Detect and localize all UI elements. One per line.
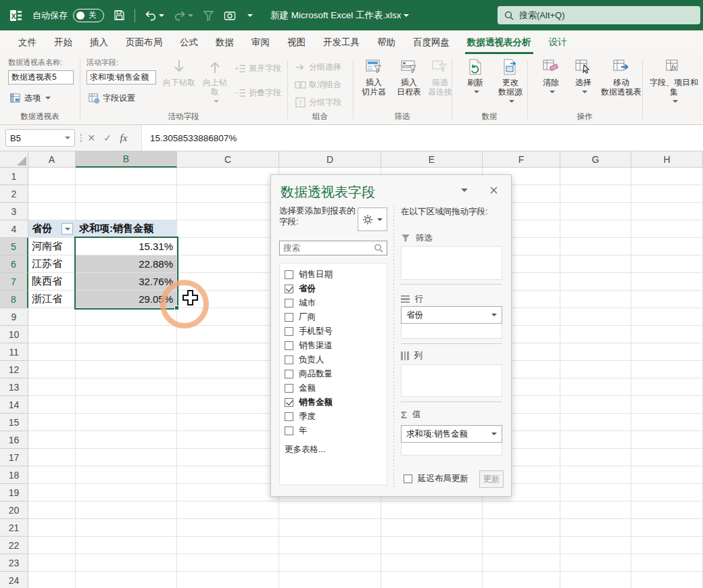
grid-cell[interactable] — [28, 326, 76, 343]
grid-cell[interactable] — [28, 168, 76, 185]
defer-layout-update[interactable]: 延迟布局更新 — [404, 473, 468, 485]
column-header-A[interactable]: A — [28, 151, 76, 168]
column-header-B[interactable]: B — [76, 151, 177, 168]
grid-cell[interactable] — [177, 537, 279, 554]
grid-cell[interactable] — [381, 501, 483, 519]
grid-cell[interactable] — [631, 572, 703, 588]
grid-cell[interactable] — [560, 343, 631, 361]
grid-cell[interactable] — [28, 484, 76, 501]
drill-up-button[interactable]: 向上钻 取 — [199, 57, 231, 106]
ribbon-tab-7[interactable]: 视图 — [278, 30, 314, 54]
grid-cell[interactable] — [560, 291, 631, 308]
grid-cell[interactable] — [560, 396, 631, 414]
row-header-10[interactable]: 10 — [0, 326, 28, 343]
row-header-5[interactable]: 5 — [0, 238, 28, 255]
ribbon-tab-10[interactable]: 百度网盘 — [404, 30, 458, 54]
grid-cell[interactable] — [631, 220, 703, 238]
grid-cell[interactable] — [631, 185, 703, 203]
cancel-button[interactable]: ✕ — [83, 132, 99, 143]
grid-cell[interactable] — [631, 414, 703, 431]
grid-cell[interactable] — [631, 396, 703, 414]
grid-cell[interactable] — [177, 185, 279, 203]
row-header-17[interactable]: 17 — [0, 449, 28, 466]
grid-cell[interactable] — [631, 537, 703, 554]
grid-cell[interactable] — [76, 343, 177, 361]
grid-cell[interactable] — [560, 326, 631, 343]
grid-cell[interactable] — [28, 537, 76, 554]
grid-cell[interactable] — [483, 554, 560, 572]
save-button[interactable] — [114, 9, 125, 21]
field-item-1[interactable]: 省份 — [285, 282, 316, 295]
filter-connections-button[interactable]: 筛选 器连接 — [426, 57, 454, 97]
grid-cell[interactable] — [631, 361, 703, 378]
options-button[interactable]: 选项 — [8, 91, 53, 105]
grid-cell[interactable] — [560, 378, 631, 396]
row-header-19[interactable]: 19 — [0, 484, 28, 501]
field-settings-button[interactable]: 字段设置 — [87, 91, 137, 105]
row-header-6[interactable]: 6 — [0, 255, 28, 273]
undo-button[interactable] — [145, 10, 164, 21]
row-header-23[interactable]: 23 — [0, 554, 28, 572]
grid-cell[interactable] — [28, 414, 76, 431]
grid-cell[interactable] — [631, 519, 703, 537]
grid-cell[interactable] — [177, 554, 279, 572]
grid-cell[interactable] — [631, 203, 703, 220]
grid-cell[interactable] — [177, 255, 279, 273]
grid-cell[interactable] — [76, 361, 177, 378]
grid-cell[interactable] — [560, 185, 631, 203]
redo-button[interactable] — [174, 10, 193, 21]
grid-cell[interactable] — [560, 414, 631, 431]
filter-dropdown-button[interactable] — [62, 223, 73, 235]
grid-cell[interactable] — [560, 449, 631, 466]
ribbon-tab-1[interactable]: 开始 — [45, 30, 81, 54]
group-selection-button[interactable]: 分组选择 — [293, 59, 343, 74]
field-checkbox[interactable] — [285, 398, 293, 407]
ribbon-tab-2[interactable]: 插入 — [81, 30, 117, 54]
row-header-24[interactable]: 24 — [0, 572, 28, 588]
grid-cell[interactable] — [381, 537, 483, 554]
grid-cell[interactable] — [28, 361, 76, 378]
active-field-input[interactable]: 求和项:销售金额 — [87, 70, 156, 84]
grid-cell[interactable] — [76, 414, 177, 431]
change-data-source-button[interactable]: 更改 数据源 — [492, 57, 529, 106]
grid-cell[interactable] — [279, 519, 381, 537]
grid-cell[interactable] — [76, 484, 177, 501]
grid-cell[interactable] — [28, 572, 76, 588]
grid-cell[interactable] — [560, 466, 631, 484]
columns-drop-area[interactable] — [401, 364, 502, 397]
move-pivottable-button[interactable]: 移动 数据透视表 — [600, 57, 642, 97]
field-checkbox[interactable] — [285, 356, 293, 364]
grid-cell[interactable] — [483, 572, 560, 588]
ribbon-tab-3[interactable]: 页面布局 — [117, 30, 171, 54]
field-checkbox[interactable] — [285, 270, 293, 279]
qat-more-button[interactable] — [245, 13, 253, 18]
row-header-14[interactable]: 14 — [0, 396, 28, 414]
tools-button[interactable] — [358, 207, 387, 231]
grid-cell[interactable] — [381, 572, 483, 588]
grid-cell[interactable] — [631, 238, 703, 255]
enter-button[interactable]: ✓ — [99, 132, 116, 143]
grid-cell[interactable] — [560, 537, 631, 554]
grid-cell[interactable] — [631, 326, 703, 343]
grid-cell[interactable] — [177, 431, 279, 449]
fields-items-sets-button[interactable]: fx 字段、项目和 集 — [648, 57, 700, 106]
field-item-8[interactable]: 金额 — [285, 381, 316, 395]
select-button[interactable]: 选择 — [568, 57, 599, 97]
grid-cell[interactable] — [560, 203, 631, 220]
grid-cell[interactable] — [177, 238, 279, 255]
field-item-0[interactable]: 销售日期 — [285, 268, 333, 281]
grid-cell[interactable] — [28, 343, 76, 361]
grid-cell[interactable] — [28, 466, 76, 484]
grid-cell[interactable] — [631, 343, 703, 361]
grid-cell[interactable] — [177, 361, 279, 378]
row-header-18[interactable]: 18 — [0, 466, 28, 484]
expand-field-button[interactable]: + 展开字段 — [233, 61, 283, 76]
grid-cell[interactable] — [631, 291, 703, 308]
field-item-5[interactable]: 销售渠道 — [285, 339, 333, 352]
grid-cell[interactable] — [177, 449, 279, 466]
grid-cell[interactable] — [76, 431, 177, 449]
filters-drop-area[interactable] — [401, 246, 502, 280]
column-header-D[interactable]: D — [279, 151, 381, 168]
field-item-2[interactable]: 城市 — [285, 296, 316, 310]
collapse-field-button[interactable]: − 折叠字段 — [233, 85, 283, 100]
